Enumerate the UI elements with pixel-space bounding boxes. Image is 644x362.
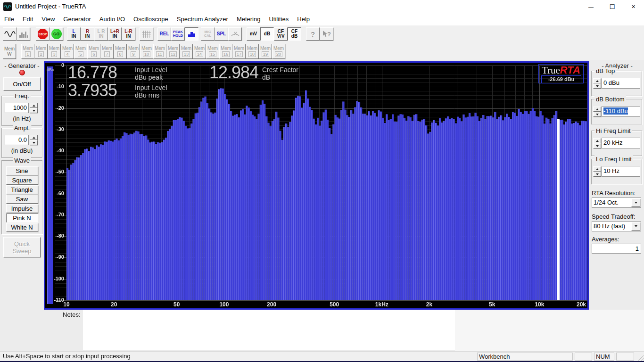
- db-bottom-spin-up[interactable]: [593, 107, 601, 112]
- status-message: Use Alt+Space to start or stop input pro…: [3, 353, 131, 360]
- mem-16-button: Mem16: [219, 44, 232, 59]
- sine-wave-button[interactable]: [3, 27, 17, 41]
- generator-onoff-button[interactable]: On/Off: [3, 77, 41, 90]
- mem-w-button[interactable]: MemW: [3, 44, 16, 59]
- db-bottom-input[interactable]: -110 dBu: [602, 106, 640, 117]
- notes-field[interactable]: [83, 310, 455, 350]
- help-button: ?: [306, 27, 320, 41]
- freq-spin-down[interactable]: [30, 108, 38, 113]
- help-icon: ?: [311, 30, 315, 38]
- generator-panel: - Generator - On/Off Freq. 1000 (in Hz) …: [0, 60, 44, 310]
- chevron-down-icon: [635, 202, 637, 204]
- hi-freq-limit-input[interactable]: 20 kHz: [602, 138, 640, 148]
- mem-15-button: Mem15: [206, 44, 219, 59]
- wave-button-pink-n[interactable]: Pink N: [6, 214, 38, 222]
- ampl-group: Ampl. 0.0 (in dBu): [1, 128, 42, 158]
- mem-17-button: Mem17: [232, 44, 246, 59]
- truerta-logo: TrueRTA -26.69 dBu: [538, 64, 584, 83]
- menu-item-utilities[interactable]: Utilities: [264, 13, 293, 25]
- x-axis-tick-2k: 2k: [419, 301, 440, 308]
- mem-5-button: Mem5: [74, 44, 87, 59]
- rta-resolution-dropdown[interactable]: 1/24 Oct.: [592, 197, 641, 208]
- speed-tradeoff-dropdown-button[interactable]: [631, 222, 640, 230]
- menu-item-file[interactable]: File: [0, 13, 18, 25]
- cursor-level-readout: -26.69 dBu: [541, 75, 581, 83]
- mem-8-button: Mem8: [114, 44, 127, 59]
- crest-factor-db-button[interactable]: CFdB: [288, 27, 301, 41]
- lo-freq-limit-input[interactable]: 10 Hz: [602, 166, 640, 177]
- menu-item-oscilloscope[interactable]: Oscilloscope: [129, 13, 173, 25]
- generator-panel-title: - Generator -: [0, 62, 44, 69]
- menu-item-edit[interactable]: Edit: [18, 13, 37, 25]
- minimize-button[interactable]: —: [580, 0, 602, 13]
- x-axis-tick-500: 500: [324, 301, 345, 308]
- y-axis-tick--60: -60: [45, 190, 64, 196]
- menu-item-generator[interactable]: Generator: [59, 13, 95, 25]
- freq-input[interactable]: 1000: [5, 103, 29, 113]
- rta-resolution-dropdown-button[interactable]: [631, 198, 640, 207]
- db-top-spin-up[interactable]: [593, 78, 601, 83]
- wave-button-impulse[interactable]: Impulse: [6, 204, 38, 213]
- decibels-button[interactable]: dB: [260, 27, 274, 41]
- stereo-input-button: L RIN: [94, 27, 108, 41]
- wave-button-saw[interactable]: Saw: [6, 195, 38, 204]
- down-arrow-icon: [596, 145, 599, 147]
- ampl-spin-up[interactable]: [30, 135, 38, 140]
- db-top-input[interactable]: 0 dBu: [602, 78, 640, 89]
- x-axis-tick-100: 100: [214, 301, 234, 308]
- down-arrow-icon: [33, 110, 35, 112]
- mic-cal-button: MICCAL: [201, 27, 215, 41]
- menu-item-view[interactable]: View: [37, 13, 59, 25]
- lo-freq-limit-spin-down[interactable]: [593, 172, 601, 177]
- db-bottom-spin-down[interactable]: [593, 112, 601, 117]
- wave-button-white-n[interactable]: White N: [6, 223, 38, 232]
- menu-item-metering[interactable]: Metering: [232, 13, 265, 25]
- lo-freq-limit-spin-up[interactable]: [593, 166, 601, 172]
- ampl-spin-down[interactable]: [30, 140, 38, 145]
- sine-icon: [4, 30, 16, 38]
- spectrum-bars-button[interactable]: [185, 27, 198, 41]
- chevron-down-icon: [635, 225, 637, 227]
- workbench-indicator: Workbench: [477, 353, 573, 361]
- millivolts-button[interactable]: mV: [247, 27, 260, 41]
- rta-resolution-value: 1/24 Oct.: [594, 199, 619, 206]
- speed-tradeoff-dropdown[interactable]: 80 Hz (fast): [592, 221, 641, 231]
- freq-spin-up[interactable]: [30, 103, 38, 108]
- ampl-input[interactable]: 0.0: [5, 135, 29, 145]
- toolbar: STOPGOLINRINL RINL+RINL-RINRELPEAKHOLDMI…: [0, 25, 644, 43]
- wave-button-sine[interactable]: Sine: [6, 166, 38, 175]
- db-top-spin-down[interactable]: [593, 83, 601, 89]
- ampl-unit-label: (in dBu): [2, 147, 42, 154]
- mic-cal-button-label: MICCAL: [204, 30, 211, 38]
- left-input-button[interactable]: LIN: [67, 27, 81, 41]
- application-window: Untitled Project - TrueRTA — ☐ ✕ FileEdi…: [0, 0, 644, 362]
- menu-item-audio-i-o[interactable]: Audio I/O: [95, 13, 129, 25]
- averages-input[interactable]: 1: [592, 244, 641, 254]
- stop-button[interactable]: STOP: [36, 27, 50, 41]
- spl-button[interactable]: SPL: [215, 27, 228, 41]
- hi-freq-limit-spin-down[interactable]: [593, 143, 601, 148]
- memory-button-bar: MemWMem1Mem2Mem3Mem4Mem5Mem6Mem7Mem8Mem9…: [0, 43, 644, 60]
- menu-item-help[interactable]: Help: [293, 13, 314, 25]
- notes-right-filler: [455, 310, 644, 351]
- close-button[interactable]: ✕: [623, 0, 644, 13]
- wave-button-triangle[interactable]: Triangle: [6, 185, 38, 194]
- logo-rta-text: RTA: [560, 64, 580, 76]
- up-arrow-icon: [33, 137, 35, 139]
- menu-item-spectrum-analyzer[interactable]: Spectrum Analyzer: [173, 13, 232, 25]
- rel-button[interactable]: REL: [157, 27, 171, 41]
- mem-14-button: Mem14: [193, 44, 206, 59]
- sum-input-button[interactable]: L+RIN: [108, 27, 122, 41]
- diff-input-button[interactable]: L-RIN: [122, 27, 135, 41]
- input-rms-value: 3.7935: [68, 81, 117, 100]
- right-input-button[interactable]: RIN: [81, 27, 94, 41]
- wave-button-square[interactable]: Square: [6, 176, 38, 185]
- go-button[interactable]: GO: [50, 27, 63, 41]
- maximize-button[interactable]: ☐: [602, 0, 623, 13]
- y-axis-tick--80: -80: [45, 233, 64, 239]
- hi-freq-limit-spin-up[interactable]: [593, 138, 601, 143]
- crest-factor-vv-button[interactable]: CFV/V: [274, 27, 288, 41]
- resize-grip[interactable]: [637, 354, 644, 361]
- peak-hold-button[interactable]: PEAKHOLD: [171, 27, 185, 41]
- analyzer-panel: - Analyzer - dB Top0 dBudB Bottom-110 dB…: [590, 60, 644, 310]
